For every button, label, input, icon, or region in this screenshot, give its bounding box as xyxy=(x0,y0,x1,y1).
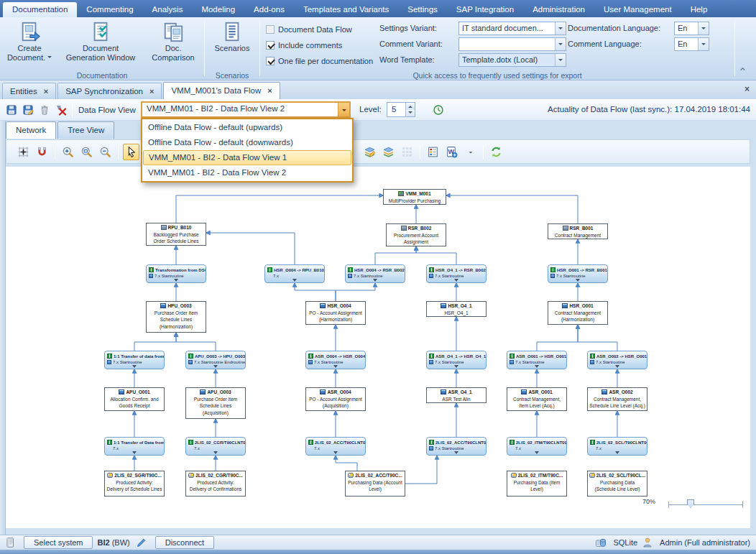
diagram-entity-node[interactable]: RPU_B010Backlogged PurchaseOrder Schedul… xyxy=(146,223,206,246)
diagram-transform-node[interactable]: Transformation from DSO HP...7.x Startro… xyxy=(146,264,206,283)
diagram-datasource-node[interactable]: 2LIS_02_ACC/T90C...Purchasing Data (Acco… xyxy=(345,471,405,497)
disconnect-button[interactable]: Disconnect xyxy=(155,536,214,549)
dropdown-item-vmm-mm01-bi2-data-flow-view-2[interactable]: VMM_MM01 - BI2 - Data Flow View 2 xyxy=(143,165,351,180)
diagram-entity-node[interactable]: APU_O001Allocation Confirm. andGoods Rec… xyxy=(104,387,165,411)
ribbon-tab-modeling[interactable]: Modeling xyxy=(192,2,244,17)
diagram-datasource-node[interactable]: 2LIS_02_CGR/T90C...Produced Activity:Del… xyxy=(185,471,246,497)
combo-dropdown-arrow[interactable] xyxy=(338,103,349,116)
combobox-comment-variant[interactable] xyxy=(458,37,566,51)
ribbon-tab-settings[interactable]: Settings xyxy=(398,2,447,17)
view-tab-network[interactable]: Network xyxy=(6,121,56,139)
diagram-transform-node[interactable]: HSR_O004 -> RSR_B0027.x Startroutine xyxy=(345,264,405,283)
ribbon-tab-sap-integration[interactable]: SAP Integration xyxy=(447,2,523,17)
ribbon-tab-add-ons[interactable]: Add-ons xyxy=(244,2,294,17)
ribbon-tab-templates-and-variants[interactable]: Templates and Variants xyxy=(294,2,398,17)
diagram-transform-node[interactable]: 2LIS_02_ITM/T90CLNT090 ->...7.x xyxy=(507,437,567,456)
diagram-entity-node[interactable]: ASR_O004PO - Account Assignment(Acquisit… xyxy=(305,387,366,411)
diagram-transform-node[interactable]: 1:1 Transfer of data from APU...7.x Star… xyxy=(104,351,165,369)
select-system-button[interactable]: Select system xyxy=(24,536,93,549)
save-icon[interactable] xyxy=(4,103,19,117)
diagram-entity-node[interactable]: ASR_O002Contract Management,Schedule Lin… xyxy=(587,387,647,411)
remove-icon[interactable] xyxy=(54,103,68,117)
diagram-entity-node[interactable]: ASR_O4_1ASR Test Alin xyxy=(426,387,487,403)
expand-arrow-icon[interactable] xyxy=(213,451,218,454)
layers-edit-icon[interactable] xyxy=(361,144,378,160)
expand-arrow-icon[interactable] xyxy=(132,365,137,368)
ribbon-tab-user-management[interactable]: User Management xyxy=(594,2,681,17)
expand-arrow-icon[interactable] xyxy=(615,365,619,368)
ribbon-tab-administration[interactable]: Administration xyxy=(523,2,594,17)
refresh-icon[interactable] xyxy=(488,144,504,160)
dropdown-item-vmm-mm01-bi2-data-flow-view-1[interactable]: VMM_MM01 - BI2 - Data Flow View 1 xyxy=(143,150,351,165)
scenarios-button[interactable]: Scenarios xyxy=(207,19,257,53)
expand-arrow-icon[interactable] xyxy=(454,279,458,282)
checkbox-include-comments[interactable] xyxy=(266,41,275,50)
diagram-transform-node[interactable]: ASR_O004 -> HSR_O0047.x Startroutine xyxy=(305,351,366,369)
sync-clock-icon[interactable] xyxy=(431,103,446,117)
create-document-button[interactable]: Create Document. xyxy=(0,19,59,63)
diagram-transform-node[interactable]: 2LIS_02_CGR/T90CLNT090 ->...7.x xyxy=(185,437,246,456)
diagram-entity-node[interactable]: VMM_M001MultiProvider Purchasing xyxy=(383,189,446,205)
diagram-entity-node[interactable]: ASR_O001Contract Management,Item Level (… xyxy=(507,387,567,411)
diagram-transform-node[interactable]: HSR_O001 -> RSR_B0017.x Startroutine xyxy=(548,264,608,283)
expand-arrow-icon[interactable] xyxy=(454,451,458,454)
diagram-transform-node[interactable]: HSR_O004 -> RPU_B0107.x xyxy=(264,264,325,283)
close-tab-icon[interactable]: × xyxy=(267,86,272,95)
diagram-transform-node[interactable]: 2LIS_02_ACC/T90CLNT090 ->...7.x xyxy=(305,437,366,456)
dropdown-item-offline-data-flow-default-upwards[interactable]: Offline Data Flow - default (upwards) xyxy=(143,120,351,135)
zoom-out-icon[interactable] xyxy=(97,144,114,160)
expand-arrow-icon[interactable] xyxy=(213,365,218,368)
diagram-entity-node[interactable]: APU_O003Purchase Order ItemSchedule Line… xyxy=(185,387,246,419)
ribbon-collapse-icon[interactable] xyxy=(738,64,747,77)
expand-arrow-icon[interactable] xyxy=(454,365,458,368)
diagram-datasource-node[interactable]: 2LIS_02_SCL/T90CL...Purchasing Data(Sche… xyxy=(587,471,647,497)
combobox-documentation-language[interactable]: En xyxy=(674,22,709,35)
document-tab-sap-synchronization[interactable]: SAP Synchronization× xyxy=(57,83,162,99)
caret-icon[interactable] xyxy=(462,144,479,160)
level-spinner[interactable]: 5 xyxy=(387,102,415,117)
zoom-in-icon[interactable] xyxy=(60,144,76,160)
expand-arrow-icon[interactable] xyxy=(292,279,297,282)
data-flow-canvas[interactable]: 70% VMM_M001MultiProvider PurchasingRPU_… xyxy=(6,167,750,528)
view-tab-tree-view[interactable]: Tree View xyxy=(57,121,114,139)
word-export-icon[interactable]: W xyxy=(443,144,460,160)
diagram-transform-node[interactable]: APU_O003 -> HPU_O0037.x Startroutine End… xyxy=(185,351,246,369)
close-tab-icon[interactable]: × xyxy=(44,87,48,96)
expand-arrow-icon[interactable] xyxy=(373,279,377,282)
zoom-slider-track[interactable] xyxy=(668,504,743,505)
grid-snap-icon[interactable] xyxy=(15,144,32,160)
document-generation-window-button[interactable]: Document Generation Window xyxy=(60,19,141,63)
delete-view-icon[interactable] xyxy=(37,103,52,117)
dropdown-item-offline-data-flow-default-downwards[interactable]: Offline Data Flow - default (downwards) xyxy=(143,135,351,150)
expand-arrow-icon[interactable] xyxy=(576,279,580,282)
expand-arrow-icon[interactable] xyxy=(132,451,137,454)
ribbon-tab-help[interactable]: Help xyxy=(681,2,717,17)
combo-arrow-icon[interactable] xyxy=(698,22,709,34)
spin-up-icon[interactable] xyxy=(406,103,415,110)
expand-arrow-icon[interactable] xyxy=(615,451,619,454)
data-flow-view-combobox[interactable]: VMM_MM01 - BI2 - Data Flow View 2 xyxy=(141,101,351,118)
diagram-datasource-node[interactable]: 2LIS_02_ITM/T90C...Purchasing Data (Item… xyxy=(507,471,567,497)
ribbon-tab-commenting[interactable]: Commenting xyxy=(77,2,142,17)
expand-arrow-icon[interactable] xyxy=(333,365,338,368)
expand-arrow-icon[interactable] xyxy=(535,365,539,368)
combo-arrow-icon[interactable] xyxy=(555,54,566,66)
combo-arrow-icon[interactable] xyxy=(698,38,709,50)
save-as-icon[interactable] xyxy=(21,103,35,117)
checkbox-document-data-flow[interactable] xyxy=(266,25,275,34)
layers-icon[interactable] xyxy=(380,144,397,160)
close-tab-icon[interactable]: × xyxy=(745,84,750,94)
expand-arrow-icon[interactable] xyxy=(174,279,178,282)
diagram-entity-node[interactable]: RSR_B002Procurement AccountAssignment xyxy=(386,223,446,246)
cursor-select-icon[interactable] xyxy=(123,144,139,160)
zoom-slider-thumb[interactable] xyxy=(687,499,694,508)
close-tab-icon[interactable]: × xyxy=(149,87,154,96)
diagram-transform-node[interactable]: 1:1 Transfer of Data from 2LIS...7.x xyxy=(104,437,165,456)
diagram-entity-node[interactable]: HSR_O004PO - Account Assignment(Harmoniz… xyxy=(305,301,366,325)
ribbon-tab-analysis[interactable]: Analysis xyxy=(143,2,193,17)
diagram-entity-node[interactable]: RSR_B001Contract Management xyxy=(548,223,608,239)
diagram-transform-node[interactable]: ASR_O002 -> HSR_O0017.x Startroutine xyxy=(587,351,647,369)
expand-arrow-icon[interactable] xyxy=(333,451,338,454)
magnet-icon[interactable] xyxy=(34,144,50,160)
diagram-transform-node[interactable]: 2LIS_02_SCL/T90CLNT090 ->...7.x xyxy=(587,437,647,456)
